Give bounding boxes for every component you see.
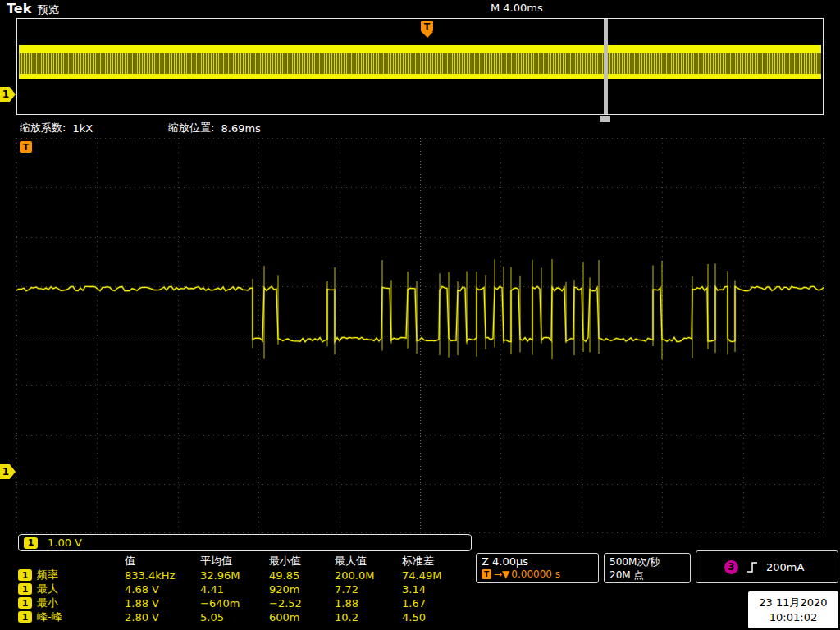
header-value: 值	[125, 554, 200, 568]
channel1-badge: 1	[18, 611, 32, 623]
measurement-name: 频率	[37, 568, 58, 582]
measurement-min: 49.85	[269, 569, 335, 582]
channel1-scale: 1.00 V	[48, 536, 82, 549]
overview-window: T	[16, 18, 824, 115]
channel1-badge: 1	[18, 583, 32, 595]
tek-logo: Tek	[7, 1, 31, 16]
trigger-arrows-icon: →▼	[494, 568, 509, 580]
measurement-row-pkpk: 1峰-峰 2.80 V 5.05 600m 10.2 4.50	[18, 609, 472, 623]
measurement-std: 3.14	[402, 583, 472, 596]
zoom-position-value: 8.69ms	[221, 122, 261, 135]
measurement-mean: 4.41	[200, 583, 269, 596]
acquisition-box: 500M次/秒 20M 点	[604, 553, 691, 583]
measurement-mean: −640m	[200, 597, 269, 609]
record-length-label: 20M 点	[609, 568, 690, 582]
channel1-badge: 1	[24, 537, 38, 549]
measurement-row-min: 1最小 1.88 V −640m −2.52 1.88 1.67	[18, 596, 472, 609]
header-std: 标准差	[402, 554, 472, 568]
measurement-min: 600m	[269, 611, 335, 623]
measurement-name: 峰-峰	[37, 609, 62, 624]
overview-waveform	[19, 45, 821, 79]
trigger-level-label: 200mA	[766, 561, 804, 573]
overview-waveform-bottom-edge	[19, 74, 821, 79]
measurement-mean: 5.05	[200, 611, 269, 623]
trigger-position-readout: T →▼ 0.00000 s	[482, 568, 598, 580]
channel1-badge: 1	[18, 597, 32, 609]
trigger-down-arrow-icon	[422, 32, 433, 38]
zoom-position-label: 缩放位置:	[168, 121, 214, 135]
overview-waveform-body	[19, 53, 821, 74]
preview-mode-label: 预览	[38, 2, 59, 17]
measurement-value: 2.80 V	[125, 611, 200, 623]
measurement-max: 1.88	[335, 597, 402, 609]
zoom-window-position-bar[interactable]	[604, 19, 608, 114]
header-mean: 平均值	[200, 554, 269, 568]
overview-waveform-top-edge	[19, 45, 821, 53]
trigger-marker-main[interactable]: T	[20, 141, 32, 153]
measurement-max: 10.2	[335, 611, 402, 623]
trigger-source-badge: 3	[724, 560, 738, 574]
measurement-value: 1.88 V	[125, 597, 200, 609]
measurement-max: 200.0M	[335, 569, 402, 582]
zoom-info-line: 缩放系数: 1kX 缩放位置: 8.69ms	[20, 121, 261, 135]
trigger-box: 3 200mA	[696, 550, 838, 583]
measurements-table: 值 平均值 最小值 最大值 标准差 1频率 833.4kHz 32.96M 49…	[18, 554, 472, 623]
zoom-window-handle[interactable]	[600, 116, 610, 122]
zoom-timebase-label: Z 4.00µs	[482, 555, 598, 568]
channel1-badge: 1	[18, 569, 32, 581]
zoom-timebase-box: Z 4.00µs T →▼ 0.00000 s	[476, 553, 599, 583]
date-label: 23 11月2020	[759, 596, 827, 610]
measurement-std: 1.67	[402, 597, 472, 609]
measurement-max: 7.72	[335, 583, 402, 596]
main-display	[16, 138, 824, 533]
header-max: 最大值	[335, 554, 402, 568]
zoom-factor-value: 1kX	[72, 122, 93, 135]
trigger-t-icon: T	[482, 569, 491, 579]
sample-rate-label: 500M次/秒	[609, 555, 690, 568]
header-min: 最小值	[269, 554, 335, 568]
measurement-min: 920m	[269, 583, 335, 596]
measurement-row-frequency: 1频率 833.4kHz 32.96M 49.85 200.0M 74.49M	[18, 568, 472, 582]
measurement-value: 833.4kHz	[125, 569, 200, 582]
overview-trigger-flag[interactable]: T	[421, 21, 433, 38]
measurement-name: 最小	[37, 596, 58, 610]
edge-slope-icon	[746, 561, 758, 573]
zoom-factor-label: 缩放系数:	[20, 121, 66, 135]
scope-grid-and-trace	[16, 138, 824, 533]
main-timebase-label: M 4.00ms	[491, 2, 543, 14]
time-label: 10:01:02	[769, 610, 817, 625]
waveform-trace	[16, 286, 824, 341]
measurement-value: 4.68 V	[125, 583, 200, 596]
measurement-row-max: 1最大 4.68 V 4.41 920m 7.72 3.14	[18, 582, 472, 596]
measurement-name: 最大	[37, 582, 58, 596]
measurement-std: 74.49M	[402, 569, 472, 582]
channel-readout-box: 1 1.00 V	[18, 534, 472, 551]
measurement-mean: 32.96M	[200, 569, 269, 582]
trigger-t-icon: T	[421, 21, 433, 32]
channel1-position-marker[interactable]: 1	[0, 464, 16, 479]
measurement-min: −2.52	[269, 597, 335, 609]
channel1-overview-marker[interactable]: 1	[0, 87, 16, 102]
trigger-position-value: 0.00000 s	[511, 568, 560, 580]
datetime-box: 23 11月2020 10:01:02	[748, 591, 838, 628]
measurements-header-row: 值 平均值 最小值 最大值 标准差	[18, 554, 472, 568]
measurement-std: 4.50	[402, 611, 472, 623]
waveform-trace	[16, 286, 824, 341]
